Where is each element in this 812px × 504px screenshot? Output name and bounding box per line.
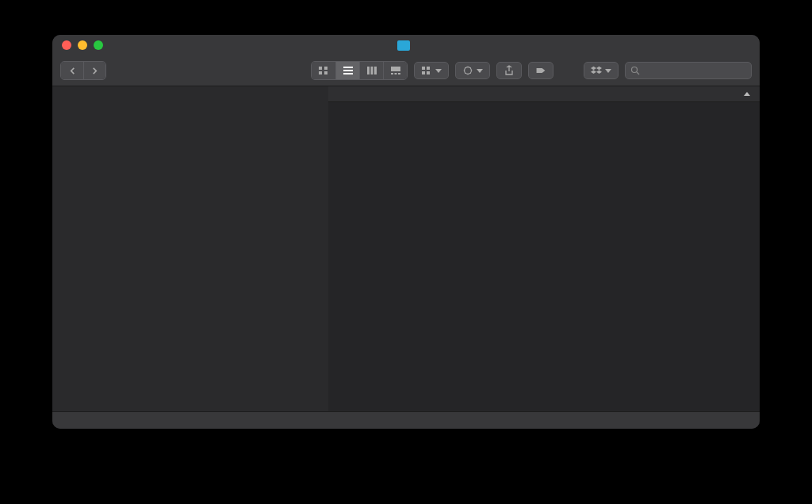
sidebar bbox=[52, 86, 328, 411]
toolbar bbox=[52, 56, 760, 86]
tags-button[interactable] bbox=[528, 62, 553, 79]
titlebar-top bbox=[52, 35, 760, 56]
svg-rect-11 bbox=[391, 73, 393, 74]
gallery-view-button[interactable] bbox=[383, 62, 407, 79]
folder-icon bbox=[397, 40, 410, 51]
svg-rect-5 bbox=[343, 70, 353, 71]
traffic-lights bbox=[52, 40, 103, 50]
svg-point-19 bbox=[632, 67, 638, 73]
zoom-button[interactable] bbox=[94, 40, 103, 50]
svg-rect-8 bbox=[370, 67, 373, 74]
chevron-down-icon bbox=[605, 69, 611, 73]
column-header[interactable] bbox=[328, 86, 760, 102]
nav-buttons bbox=[60, 61, 106, 80]
forward-button[interactable] bbox=[83, 62, 105, 79]
search-input[interactable] bbox=[625, 62, 752, 79]
share-button[interactable] bbox=[496, 62, 522, 79]
arrange-button[interactable] bbox=[414, 62, 449, 79]
svg-rect-4 bbox=[343, 67, 353, 68]
finder-window bbox=[52, 35, 760, 429]
back-button[interactable] bbox=[61, 62, 83, 79]
dropbox-toolbar-button[interactable] bbox=[584, 62, 619, 79]
svg-rect-15 bbox=[427, 67, 430, 70]
titlebar bbox=[52, 35, 760, 86]
minimize-button[interactable] bbox=[78, 40, 87, 50]
svg-rect-14 bbox=[422, 67, 425, 70]
column-view-button[interactable] bbox=[359, 62, 383, 79]
chevron-down-icon bbox=[435, 69, 442, 73]
close-button[interactable] bbox=[62, 40, 71, 50]
window-title bbox=[397, 40, 415, 51]
list-view-button[interactable] bbox=[335, 62, 359, 79]
action-menu-button[interactable] bbox=[455, 62, 490, 79]
svg-rect-6 bbox=[343, 73, 353, 74]
svg-line-20 bbox=[637, 72, 639, 74]
chevron-down-icon bbox=[477, 69, 483, 73]
svg-rect-10 bbox=[391, 67, 400, 71]
svg-rect-7 bbox=[367, 67, 370, 74]
svg-rect-13 bbox=[398, 73, 400, 74]
svg-rect-1 bbox=[324, 67, 327, 70]
svg-rect-9 bbox=[374, 67, 377, 74]
sort-ascending-icon bbox=[744, 92, 750, 96]
svg-rect-0 bbox=[319, 67, 322, 70]
window-body bbox=[52, 86, 760, 411]
svg-rect-2 bbox=[319, 71, 322, 74]
main-pane bbox=[328, 86, 760, 411]
svg-rect-16 bbox=[422, 71, 425, 74]
search-icon bbox=[630, 66, 640, 75]
svg-rect-3 bbox=[324, 71, 327, 74]
icon-view-button[interactable] bbox=[312, 62, 335, 79]
svg-rect-17 bbox=[427, 71, 430, 74]
svg-rect-12 bbox=[394, 73, 396, 74]
view-switcher bbox=[311, 61, 408, 80]
file-list bbox=[328, 102, 760, 411]
statusbar bbox=[52, 411, 760, 429]
